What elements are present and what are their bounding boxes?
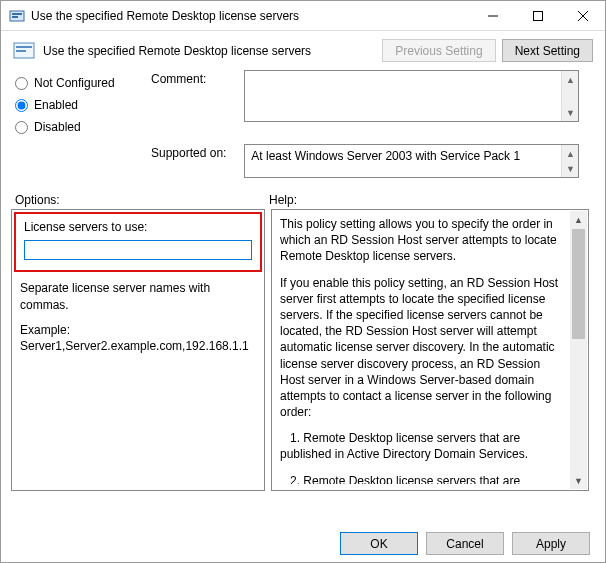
radio-label: Enabled xyxy=(34,98,78,112)
scrollbar[interactable]: ▲ ▼ xyxy=(570,211,587,489)
scroll-up-icon[interactable]: ▲ xyxy=(570,211,587,228)
radio-label: Not Configured xyxy=(34,76,115,90)
radio-enabled[interactable]: Enabled xyxy=(15,94,151,116)
help-panel: This policy setting allows you to specif… xyxy=(271,209,589,491)
titlebar: Use the specified Remote Desktop license… xyxy=(1,1,605,31)
options-panel: License servers to use: Separate license… xyxy=(11,209,265,491)
previous-setting-button: Previous Setting xyxy=(382,39,495,62)
close-button[interactable] xyxy=(560,1,605,30)
comment-row: Comment: ▲ ▼ xyxy=(151,66,605,129)
column-headers: Options: Help: xyxy=(1,187,605,209)
help-header: Help: xyxy=(269,193,297,207)
help-p4: 2. Remote Desktop license servers that a… xyxy=(280,473,566,484)
help-text: This policy setting allows you to specif… xyxy=(280,216,566,484)
minimize-button[interactable] xyxy=(470,1,515,30)
help-p3: 1. Remote Desktop license servers that a… xyxy=(280,430,566,462)
radio-enabled-input[interactable] xyxy=(15,99,28,112)
supported-label: Supported on: xyxy=(151,144,241,160)
options-header: Options: xyxy=(15,193,269,207)
comment-value xyxy=(251,75,558,117)
next-setting-button[interactable]: Next Setting xyxy=(502,39,593,62)
svg-rect-9 xyxy=(16,50,26,52)
radio-not-configured-input[interactable] xyxy=(15,77,28,90)
apply-button[interactable]: Apply xyxy=(512,532,590,555)
radio-disabled[interactable]: Disabled xyxy=(15,116,151,138)
scrollbar-thumb[interactable] xyxy=(572,229,585,339)
help-p2: If you enable this policy setting, an RD… xyxy=(280,275,566,421)
policy-icon xyxy=(13,40,37,62)
help-p1: This policy setting allows you to specif… xyxy=(280,216,566,265)
scroll-down-icon[interactable]: ▼ xyxy=(562,104,578,121)
options-note-2: Example: Server1,Server2.example.com,192… xyxy=(20,322,256,356)
comment-label: Comment: xyxy=(151,70,241,86)
svg-rect-2 xyxy=(12,16,18,18)
comment-textarea[interactable]: ▲ ▼ xyxy=(244,70,579,122)
gpo-icon xyxy=(9,8,25,24)
radio-not-configured[interactable]: Not Configured xyxy=(15,72,151,94)
ok-button[interactable]: OK xyxy=(340,532,418,555)
state-radio-group: Not Configured Enabled Disabled xyxy=(1,66,151,138)
scrollbar[interactable]: ▲ ▼ xyxy=(561,71,578,121)
maximize-button[interactable] xyxy=(515,1,560,30)
scroll-up-icon[interactable]: ▲ xyxy=(562,71,578,88)
svg-rect-4 xyxy=(533,11,542,20)
radio-label: Disabled xyxy=(34,120,81,134)
scrollbar[interactable]: ▲ ▼ xyxy=(561,145,578,177)
header: Use the specified Remote Desktop license… xyxy=(1,31,605,66)
svg-rect-1 xyxy=(12,13,22,15)
radio-disabled-input[interactable] xyxy=(15,121,28,134)
license-servers-input[interactable] xyxy=(24,240,252,260)
supported-value: At least Windows Server 2003 with Servic… xyxy=(251,149,558,173)
license-servers-label: License servers to use: xyxy=(24,220,252,234)
window-title: Use the specified Remote Desktop license… xyxy=(31,9,470,23)
footer-buttons: OK Cancel Apply xyxy=(332,532,590,555)
scroll-down-icon[interactable]: ▼ xyxy=(562,160,578,177)
supported-row: Supported on: At least Windows Server 20… xyxy=(151,138,605,187)
options-note-1: Separate license server names with comma… xyxy=(20,280,256,314)
svg-rect-8 xyxy=(16,46,32,48)
header-title: Use the specified Remote Desktop license… xyxy=(43,44,376,58)
supported-textarea: At least Windows Server 2003 with Servic… xyxy=(244,144,579,178)
scroll-down-icon[interactable]: ▼ xyxy=(570,472,587,489)
cancel-button[interactable]: Cancel xyxy=(426,532,504,555)
highlight-box: License servers to use: xyxy=(14,212,262,272)
